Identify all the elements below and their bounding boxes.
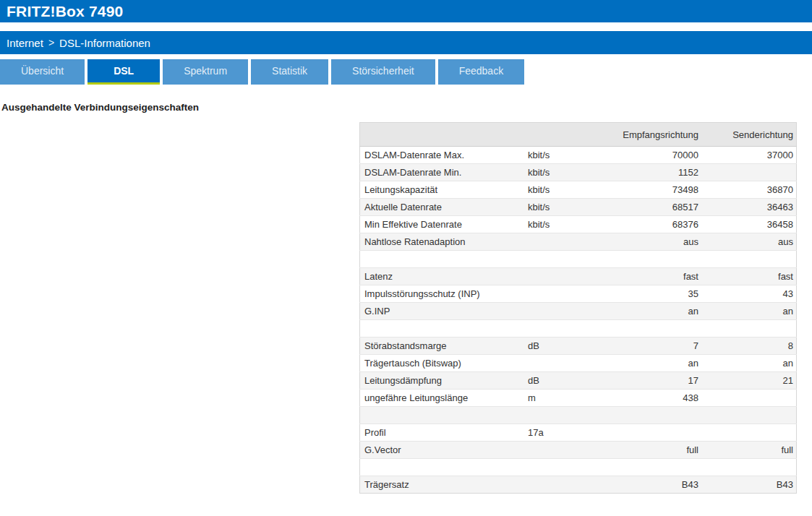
table-row: G.Vectorfullfull: [360, 442, 797, 459]
cell-rx: [610, 251, 702, 268]
cell-label: Latenz: [360, 268, 525, 285]
dsl-info-table: Empfangsrichtung Senderichtung DSLAM-Dat…: [359, 122, 797, 494]
tab-bar: ÜbersichtDSLSpektrumStatistikStörsicherh…: [0, 59, 812, 85]
table-row: Leitungskapazitätkbit/s7349836870: [360, 181, 797, 199]
table-row: Min Effektive Datenratekbit/s6837636458: [360, 216, 797, 233]
table-row: TrägersatzB43B43: [360, 476, 797, 494]
cell-unit: m: [524, 390, 610, 407]
cell-rx: an: [610, 355, 702, 372]
cell-unit: [524, 285, 610, 303]
cell-tx: [702, 251, 797, 268]
breadcrumb-current-page: DSL-Informationen: [59, 37, 150, 49]
cell-rx: aus: [610, 233, 702, 251]
cell-label: Störabstandsmarge: [360, 337, 525, 355]
cell-label: [360, 407, 525, 424]
product-title: FRITZ!Box 7490: [7, 3, 124, 20]
cell-label: Trägertausch (Bitswap): [360, 355, 525, 372]
cell-tx: 36870: [702, 181, 797, 199]
cell-label: [360, 251, 525, 268]
header-cell-senderichtung: Senderichtung: [702, 123, 797, 147]
table-row: Trägertausch (Bitswap)anan: [360, 355, 797, 372]
tab-spektrum[interactable]: Spektrum: [163, 59, 248, 85]
cell-unit: [524, 268, 610, 285]
cell-unit: dB: [524, 337, 610, 355]
cell-tx: an: [702, 303, 797, 320]
table-header-row: Empfangsrichtung Senderichtung: [360, 123, 797, 147]
cell-unit: [524, 355, 610, 372]
page-title: Ausgehandelte Verbindungseigenschaften: [1, 102, 199, 113]
table-row: Profil17a: [360, 424, 797, 442]
table-row: ungefähre Leitungslängem438: [360, 390, 797, 407]
table-row: Impulsstörungsschutz (INP)3543: [360, 285, 797, 303]
cell-unit: 17a: [524, 424, 610, 442]
table-row: Latenzfastfast: [360, 268, 797, 285]
tab-statistik[interactable]: Statistik: [251, 59, 328, 85]
cell-label: Leitungskapazität: [360, 181, 525, 199]
cell-rx: [610, 459, 702, 476]
cell-unit: kbit/s: [524, 216, 610, 233]
cell-rx: fast: [610, 268, 702, 285]
cell-unit: dB: [524, 372, 610, 390]
cell-unit: kbit/s: [524, 199, 610, 216]
cell-tx: aus: [702, 233, 797, 251]
cell-label: G.Vector: [360, 442, 525, 459]
dsl-table-body: DSLAM-Datenrate Max.kbit/s7000037000DSLA…: [360, 147, 797, 494]
cell-tx: [702, 390, 797, 407]
cell-rx: [610, 424, 702, 442]
cell-label: DSLAM-Datenrate Min.: [360, 164, 525, 181]
cell-unit: [524, 407, 610, 424]
cell-tx: 43: [702, 285, 797, 303]
cell-unit: [524, 233, 610, 251]
cell-rx: an: [610, 303, 702, 320]
cell-rx: 73498: [610, 181, 702, 199]
cell-tx: 8: [702, 337, 797, 355]
cell-rx: 17: [610, 372, 702, 390]
cell-tx: an: [702, 355, 797, 372]
tab-feedback[interactable]: Feedback: [438, 59, 524, 85]
cell-tx: [702, 407, 797, 424]
cell-label: DSLAM-Datenrate Max.: [360, 147, 525, 164]
breadcrumb-section-internet[interactable]: Internet: [7, 37, 43, 49]
table-separator-row: [360, 251, 797, 268]
cell-unit: kbit/s: [524, 164, 610, 181]
cell-tx: [702, 424, 797, 442]
table-row: DSLAM-Datenrate Min.kbit/s1152: [360, 164, 797, 181]
cell-rx: 35: [610, 285, 702, 303]
cell-rx: 68517: [610, 199, 702, 216]
cell-unit: kbit/s: [524, 181, 610, 199]
cell-label: G.INP: [360, 303, 525, 320]
cell-rx: B43: [610, 476, 702, 494]
tab-stoersicherheit[interactable]: Störsicherheit: [331, 59, 435, 85]
cell-rx: 70000: [610, 147, 702, 164]
cell-rx: 438: [610, 390, 702, 407]
cell-tx: 37000: [702, 147, 797, 164]
table-separator-row: [360, 407, 797, 424]
tab-dsl[interactable]: DSL: [87, 59, 160, 85]
cell-label: ungefähre Leitungslänge: [360, 390, 525, 407]
table-separator-row: [360, 459, 797, 476]
chevron-right-icon: >: [48, 37, 54, 48]
cell-tx: full: [702, 442, 797, 459]
tab-uebersicht[interactable]: Übersicht: [0, 59, 85, 85]
table-row: DSLAM-Datenrate Max.kbit/s7000037000: [360, 147, 797, 164]
breadcrumb: Internet > DSL-Informationen: [0, 31, 812, 54]
table-row: LeitungsdämpfungdB1721: [360, 372, 797, 390]
cell-label: Impulsstörungsschutz (INP): [360, 285, 525, 303]
cell-rx: [610, 320, 702, 337]
cell-tx: [702, 459, 797, 476]
table-separator-row: [360, 320, 797, 337]
cell-label: Aktuelle Datenrate: [360, 199, 525, 216]
cell-unit: [524, 476, 610, 494]
cell-label: Profil: [360, 424, 525, 442]
cell-tx: 21: [702, 372, 797, 390]
cell-label: [360, 320, 525, 337]
cell-unit: [524, 442, 610, 459]
cell-rx: 68376: [610, 216, 702, 233]
cell-rx: 7: [610, 337, 702, 355]
table-row: StörabstandsmargedB78: [360, 337, 797, 355]
cell-tx: fast: [702, 268, 797, 285]
cell-unit: [524, 303, 610, 320]
cell-label: Min Effektive Datenrate: [360, 216, 525, 233]
cell-rx: [610, 407, 702, 424]
cell-unit: [524, 459, 610, 476]
